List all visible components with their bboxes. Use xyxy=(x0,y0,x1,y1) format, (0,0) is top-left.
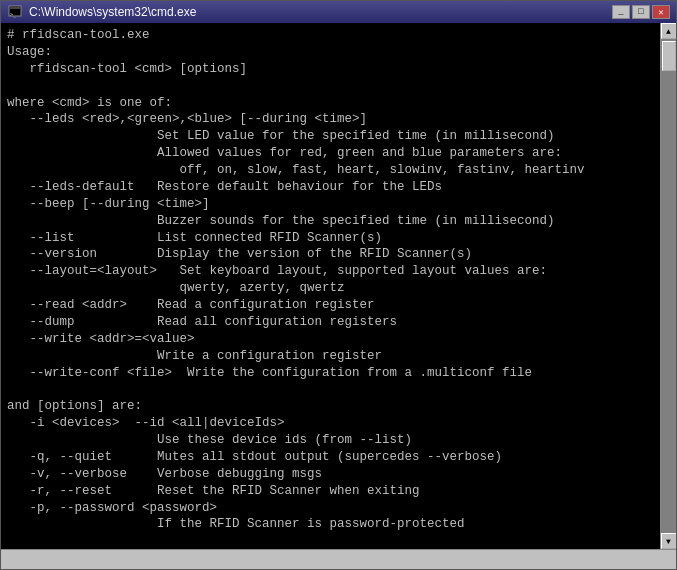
window-controls: _ □ ✕ xyxy=(612,5,670,19)
scroll-down-button[interactable]: ▼ xyxy=(661,533,677,549)
terminal-output[interactable]: # rfidscan-tool.exe Usage: rfidscan-tool… xyxy=(1,23,660,549)
window-icon: >_ xyxy=(7,4,23,20)
content-area: # rfidscan-tool.exe Usage: rfidscan-tool… xyxy=(1,23,676,549)
maximize-button[interactable]: □ xyxy=(632,5,650,19)
statusbar xyxy=(1,549,676,569)
titlebar: >_ C:\Windows\system32\cmd.exe _ □ ✕ xyxy=(1,1,676,23)
scroll-track[interactable] xyxy=(661,39,676,533)
scroll-thumb[interactable] xyxy=(662,41,676,71)
svg-text:>_: >_ xyxy=(10,11,17,18)
scrollbar[interactable]: ▲ ▼ xyxy=(660,23,676,549)
window-title: C:\Windows\system32\cmd.exe xyxy=(29,5,612,19)
window: >_ C:\Windows\system32\cmd.exe _ □ ✕ # r… xyxy=(0,0,677,570)
minimize-button[interactable]: _ xyxy=(612,5,630,19)
scroll-up-button[interactable]: ▲ xyxy=(661,23,677,39)
svg-rect-1 xyxy=(10,7,20,9)
close-button[interactable]: ✕ xyxy=(652,5,670,19)
